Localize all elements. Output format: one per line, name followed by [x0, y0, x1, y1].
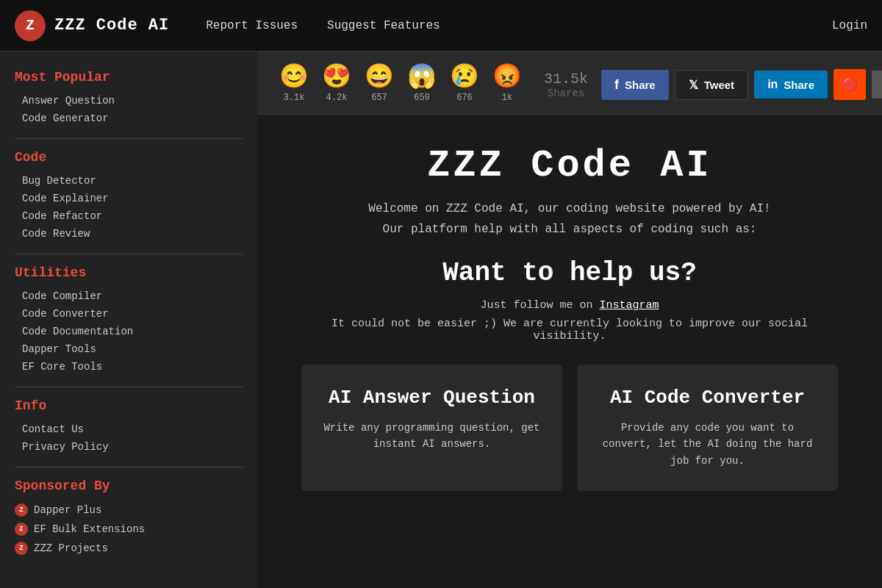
- shares-count: 31.5k Shares: [544, 71, 588, 99]
- card-code-converter: AI Code Converter Provide any code you w…: [577, 365, 838, 491]
- sidebar-item-dapper-tools[interactable]: Dapper Tools: [15, 340, 243, 358]
- page-layout: Most Popular Answer Question Code Genera…: [0, 51, 882, 588]
- shares-total: 31.5k: [544, 71, 588, 87]
- angry-count: 1k: [502, 93, 512, 103]
- twitter-icon: 𝕏: [689, 78, 698, 92]
- sidebar-divider-4: [15, 467, 243, 467]
- sidebar-item-answer-question[interactable]: Answer Question: [15, 92, 243, 110]
- angry-emoji: 😡: [492, 66, 522, 90]
- reddit-share-button[interactable]: 🔴: [833, 69, 866, 100]
- sidebar-item-code-compiler[interactable]: Code Compiler: [15, 287, 243, 305]
- sidebar-item-ef-core-tools[interactable]: EF Core Tools: [15, 358, 243, 376]
- instagram-link[interactable]: Instagram: [600, 299, 659, 312]
- sidebar-section-info: Info Contact Us Privacy Policy: [15, 398, 243, 456]
- help-text1: Just follow me on Instagram: [301, 299, 838, 312]
- sidebar-section-code: Code Bug Detector Code Explainer Code Re…: [15, 150, 243, 243]
- sidebar-title-utilities: Utilities: [15, 265, 243, 280]
- reaction-heart-eyes[interactable]: 😍 4.2k: [322, 66, 351, 103]
- share-section: 31.5k Shares f Share 𝕏 Tweet in Share 🔴: [544, 69, 882, 100]
- logo-wrap[interactable]: Z ZZZ Code AI: [15, 10, 169, 41]
- sidebar-title-sponsored: Sponsored By: [15, 478, 243, 493]
- shares-label: Shares: [548, 87, 584, 99]
- reaction-shocked[interactable]: 😱 659: [407, 66, 437, 103]
- zzz-icon: Z: [15, 542, 28, 555]
- sidebar-section-utilities: Utilities Code Compiler Code Converter C…: [15, 265, 243, 376]
- card-converter-desc: Provide any code you want to convert, le…: [595, 420, 820, 469]
- facebook-icon: f: [614, 77, 619, 93]
- smile-emoji: 😊: [279, 66, 309, 90]
- help-text2: It could not be easier ;) We are current…: [301, 318, 838, 343]
- shocked-count: 659: [414, 93, 430, 103]
- card-answer-desc: Write any programming question, get inst…: [320, 420, 544, 453]
- login-button[interactable]: Login: [832, 19, 867, 32]
- main-content: 😊 3.1k 😍 4.2k 😄 657 😱 659 😢 676: [257, 51, 882, 588]
- site-title: ZZZ Code AI: [54, 16, 169, 35]
- facebook-share-button[interactable]: f Share: [601, 70, 669, 100]
- sidebar-title-code: Code: [15, 150, 243, 165]
- sponsored-ef-bulk[interactable]: Z EF Bulk Extensions: [15, 520, 243, 539]
- page-subtitle1: Welcome on ZZZ Code AI, our coding websi…: [301, 202, 838, 215]
- sidebar-title-popular: Most Popular: [15, 70, 243, 85]
- nav-links: Report Issues Suggest Features: [191, 13, 832, 38]
- cry-count: 676: [456, 93, 473, 103]
- sidebar-section-popular: Most Popular Answer Question Code Genera…: [15, 70, 243, 127]
- reaction-cry[interactable]: 😢 676: [450, 66, 479, 103]
- sidebar-item-code-documentation[interactable]: Code Documentation: [15, 323, 243, 340]
- sidebar: Most Popular Answer Question Code Genera…: [0, 51, 257, 588]
- dapper-icon: Z: [15, 503, 28, 517]
- page-subtitle2: Our platform help with all aspects of co…: [301, 223, 838, 236]
- smile-count: 3.1k: [284, 93, 305, 103]
- suggest-features-link[interactable]: Suggest Features: [312, 13, 455, 38]
- sidebar-item-bug-detector[interactable]: Bug Detector: [15, 172, 243, 190]
- report-issues-link[interactable]: Report Issues: [191, 13, 312, 38]
- reddit-icon: 🔴: [842, 76, 858, 93]
- sidebar-item-code-converter[interactable]: Code Converter: [15, 305, 243, 323]
- cards-row: AI Answer Question Write any programming…: [301, 365, 838, 491]
- card-answer-question: AI Answer Question Write any programming…: [301, 365, 562, 491]
- sidebar-item-code-explainer[interactable]: Code Explainer: [15, 190, 243, 207]
- print-button[interactable]: 🖨: [872, 71, 882, 98]
- reactions-share-bar: 😊 3.1k 😍 4.2k 😄 657 😱 659 😢 676: [257, 51, 882, 115]
- card-answer-title: AI Answer Question: [320, 387, 544, 409]
- zzz-label: ZZZ Projects: [34, 542, 108, 554]
- sidebar-item-code-review[interactable]: Code Review: [15, 225, 243, 243]
- card-converter-title: AI Code Converter: [595, 387, 820, 409]
- sidebar-title-info: Info: [15, 398, 243, 413]
- sponsored-dapper[interactable]: Z Dapper Plus: [15, 501, 243, 520]
- ef-bulk-label: EF Bulk Extensions: [34, 523, 145, 535]
- twitter-share-label: Tweet: [704, 79, 734, 91]
- linkedin-share-label: Share: [784, 79, 814, 91]
- dapper-label: Dapper Plus: [34, 504, 101, 516]
- shocked-emoji: 😱: [407, 66, 437, 90]
- sponsored-zzz[interactable]: Z ZZZ Projects: [15, 539, 243, 558]
- cry-emoji: 😢: [450, 66, 479, 90]
- center-content: ZZZ Code AI Welcome on ZZZ Code AI, our …: [257, 115, 882, 520]
- linkedin-icon: in: [767, 78, 778, 91]
- sidebar-divider-2: [15, 254, 243, 254]
- sidebar-item-contact[interactable]: Contact Us: [15, 420, 243, 438]
- sidebar-divider-3: [15, 387, 243, 387]
- help-line1: Just follow me on: [480, 299, 599, 312]
- reaction-smile[interactable]: 😊 3.1k: [279, 66, 309, 103]
- sidebar-section-sponsored: Sponsored By Z Dapper Plus Z EF Bulk Ext…: [15, 478, 243, 558]
- page-title: ZZZ Code AI: [301, 144, 838, 187]
- heart-eyes-emoji: 😍: [322, 66, 351, 90]
- twitter-share-button[interactable]: 𝕏 Tweet: [675, 70, 748, 100]
- help-title: Want to help us?: [301, 258, 838, 288]
- laugh-emoji: 😄: [365, 66, 394, 90]
- reaction-angry[interactable]: 😡 1k: [492, 66, 522, 103]
- linkedin-share-button[interactable]: in Share: [754, 71, 828, 98]
- sidebar-item-code-generator[interactable]: Code Generator: [15, 110, 243, 127]
- sidebar-item-code-refactor[interactable]: Code Refactor: [15, 207, 243, 225]
- heart-eyes-count: 4.2k: [326, 93, 348, 103]
- laugh-count: 657: [371, 93, 387, 103]
- sidebar-divider-1: [15, 138, 243, 139]
- navbar: Z ZZZ Code AI Report Issues Suggest Feat…: [0, 0, 882, 51]
- ef-bulk-icon: Z: [15, 523, 28, 536]
- reactions-group: 😊 3.1k 😍 4.2k 😄 657 😱 659 😢 676: [279, 66, 522, 103]
- facebook-share-label: Share: [625, 79, 656, 91]
- sidebar-item-privacy[interactable]: Privacy Policy: [15, 438, 243, 456]
- reaction-laugh[interactable]: 😄 657: [365, 66, 394, 103]
- logo-icon: Z: [15, 10, 46, 41]
